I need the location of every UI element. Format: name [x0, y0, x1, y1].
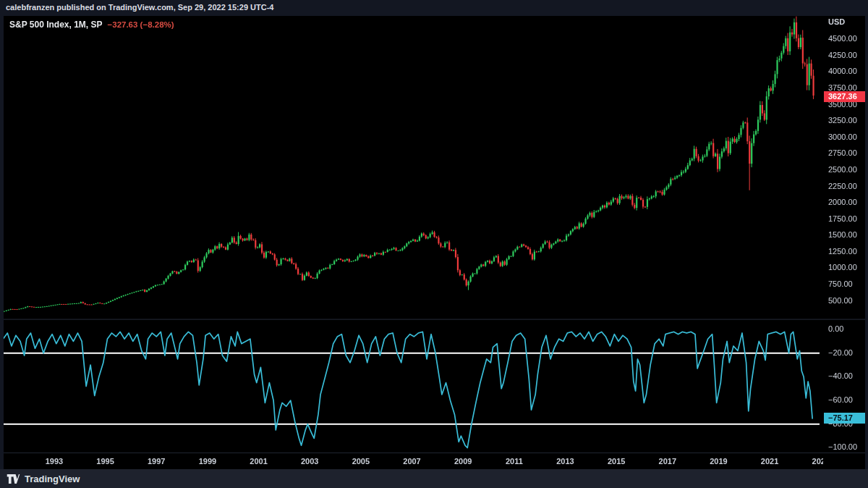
published-chart-page: calebfranzen published on TradingView.co… [0, 0, 868, 488]
tradingview-brand: TradingView [25, 474, 80, 484]
oscillator-tick-label: −40.00 [828, 371, 853, 380]
year-tick-label: 2005 [348, 457, 374, 466]
year-tick-label: 2013 [552, 457, 578, 466]
year-tick-label: 2023 [808, 457, 823, 466]
price-tick-label: 3000.00 [828, 132, 857, 141]
price-change: −327.63 (−8.28%) [108, 20, 174, 29]
price-tick-label: 500.00 [828, 296, 853, 305]
price-tick-label: 1500.00 [828, 230, 857, 239]
year-tick-label: 2001 [246, 457, 272, 466]
tradingview-logo-icon [7, 474, 20, 484]
year-tick-label: 2015 [603, 457, 629, 466]
year-tick-label: 1993 [41, 457, 67, 466]
price-tick-label: 750.00 [828, 279, 853, 288]
price-chart-canvas[interactable] [4, 16, 865, 469]
price-axis[interactable]: USD 3627.36 −75.17 4500.004250.004000.00… [820, 16, 865, 453]
price-tick-label: 1250.00 [828, 247, 857, 256]
publish-header: calebfranzen published on TradingView.co… [0, 0, 868, 15]
year-tick-label: 2009 [450, 457, 476, 466]
price-tick-label: 4250.00 [828, 51, 857, 59]
oscillator-tick-label: −100.00 [828, 442, 857, 451]
price-tick-label: 2750.00 [828, 148, 857, 157]
year-tick-label: 2003 [297, 457, 323, 466]
price-tick-label: 2500.00 [828, 165, 857, 174]
publish-info: calebfranzen published on TradingView.co… [6, 3, 273, 12]
year-tick-label: 1997 [143, 457, 169, 466]
symbol-title[interactable]: S&P 500 Index, 1M, SP [9, 20, 103, 30]
price-tick-label: 2250.00 [828, 182, 857, 190]
chart-legend: S&P 500 Index, 1M, SP−327.63 (−8.28%) [9, 20, 174, 30]
time-axis[interactable]: 1993199519971999200120032005200720092011… [4, 453, 865, 469]
price-tick-label: 4000.00 [828, 67, 857, 75]
chart-widget: S&P 500 Index, 1M, SP−327.63 (−8.28%) US… [4, 16, 865, 469]
year-tick-label: 2007 [399, 457, 425, 466]
oscillator-tick-label: −20.00 [828, 348, 853, 357]
price-tick-label: 1000.00 [828, 263, 857, 272]
price-tick-label: 4500.00 [828, 34, 857, 43]
tradingview-link[interactable]: TradingView [7, 474, 80, 484]
year-tick-label: 2021 [757, 457, 783, 466]
oscillator-tick-label: 0.00 [828, 324, 843, 333]
last-price-badge: 3627.36 [824, 91, 865, 102]
year-tick-label: 1995 [93, 457, 119, 466]
oscillator-value-badge: −75.17 [824, 413, 865, 424]
year-tick-label: 1999 [195, 457, 221, 466]
oscillator-tick-label: −60.00 [828, 395, 853, 404]
price-tick-label: 1750.00 [828, 214, 857, 223]
tradingview-footer: TradingView [0, 469, 868, 488]
time-axis-labels: 1993199519971999200120032005200720092011… [4, 453, 823, 470]
currency-label: USD [828, 17, 845, 26]
year-tick-label: 2019 [705, 457, 731, 466]
year-tick-label: 2011 [501, 457, 527, 466]
price-tick-label: 3250.00 [828, 116, 857, 125]
year-tick-label: 2017 [655, 457, 681, 466]
price-tick-label: 2000.00 [828, 198, 857, 206]
